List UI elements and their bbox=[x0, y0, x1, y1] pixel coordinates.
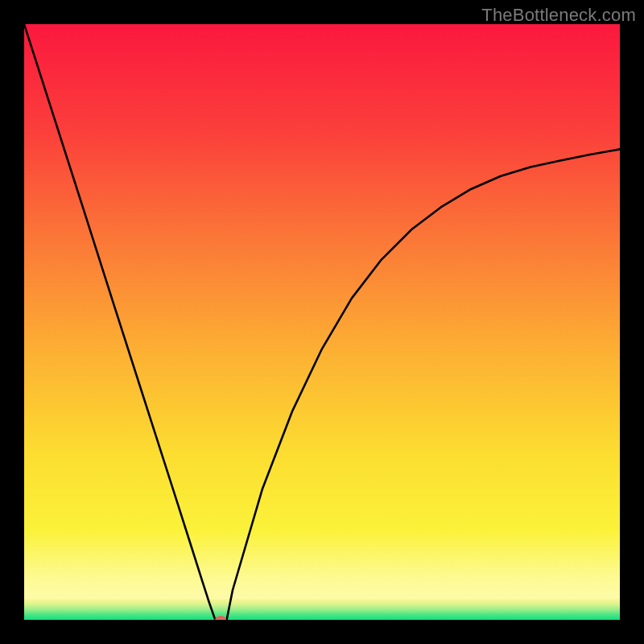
chart-frame: TheBottleneck.com bbox=[0, 0, 644, 644]
plot-area bbox=[24, 24, 620, 620]
background-gradient bbox=[24, 24, 620, 620]
chart-svg bbox=[24, 24, 620, 620]
bottom-green-band bbox=[24, 599, 620, 620]
watermark-text: TheBottleneck.com bbox=[481, 5, 636, 26]
